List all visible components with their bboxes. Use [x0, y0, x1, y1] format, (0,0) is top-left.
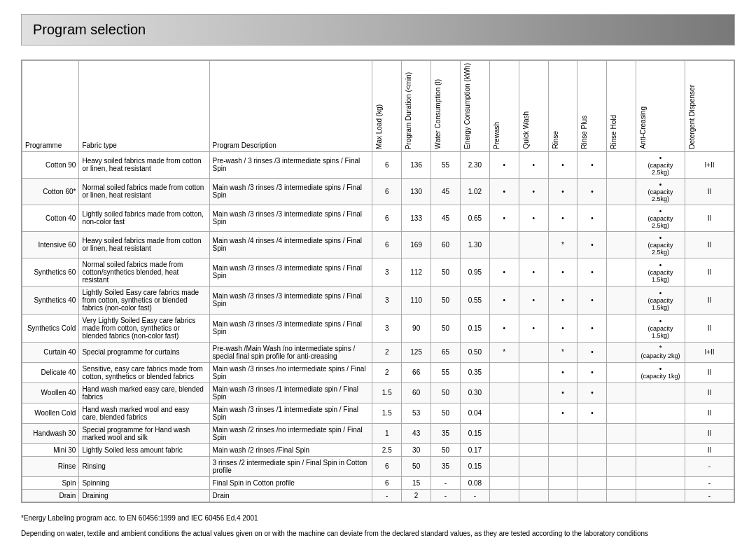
page-title-bar: Program selection — [21, 14, 735, 46]
footnotes: *Energy Labeling program acc. to EN 6045… — [21, 514, 735, 537]
th-anti-creasing: Anti-Creasing — [636, 61, 685, 152]
table-row: Intensive 60Heavy soiled fabrics made fr… — [22, 231, 734, 258]
table-row: DrainDrainingDrain-2--- — [22, 489, 734, 502]
table-row: Cotton 90Heavy soiled fabrics made from … — [22, 151, 734, 178]
table-row: Cotton 40Lightly soiled fabrics made fro… — [22, 205, 734, 231]
th-rinse-plus: Rinse Plus — [578, 61, 607, 152]
table-row: Synthetics 60Normal soiled fabrics made … — [22, 258, 734, 286]
th-detergent: Detergent Dispenser — [685, 61, 734, 152]
footnote-2: Depending on water, textile and ambient … — [21, 530, 735, 537]
table-row: Handwash 30Special programme for Hand wa… — [22, 423, 734, 443]
th-fabric: Fabric type — [79, 61, 209, 152]
table-row: SpinSpinningFinal Spin in Cotton profile… — [22, 476, 734, 489]
th-prewash: Prewash — [489, 61, 519, 152]
table-row: Delicate 40Sensitive, easy care fabrics … — [22, 362, 734, 382]
page-title: Program selection — [33, 22, 146, 37]
program-table: Programme Fabric type Program Descriptio… — [22, 60, 734, 502]
table-row: Woollen ColdHand wash marked wool and ea… — [22, 403, 734, 423]
th-programme: Programme — [22, 61, 79, 152]
table-row: Woollen 40Hand wash marked easy care, bl… — [22, 382, 734, 403]
table-row: RinseRinsing3 rinses /2 intermediate spi… — [22, 456, 734, 476]
th-max-load: Max Load (kg) — [372, 61, 402, 152]
th-rinse: Rinse — [548, 61, 578, 152]
footnote-1: *Energy Labeling program acc. to EN 6045… — [21, 514, 735, 522]
table-row: Synthetics 40Lightly Soiled Easy care fa… — [22, 286, 734, 314]
th-energy: Energy Consumption (kWh) — [460, 61, 489, 152]
program-table-container: Programme Fabric type Program Descriptio… — [21, 60, 735, 503]
th-quick-wash: Quick Wash — [519, 61, 548, 152]
th-duration: Program Duration (<min) — [402, 61, 431, 152]
table-row: Mini 30Lightly Soiled less amount fabric… — [22, 443, 734, 456]
th-water: Water Consumption (l) — [431, 61, 461, 152]
table-row: Cotton 60*Normal soiled fabrics made fro… — [22, 178, 734, 205]
th-desc: Program Description — [209, 61, 372, 152]
th-rinse-hold: Rinse Hold — [607, 61, 636, 152]
table-row: Synthetics ColdVery Lightly Soiled Easy … — [22, 314, 734, 342]
table-row: Curtain 40Special programme for curtains… — [22, 342, 734, 362]
